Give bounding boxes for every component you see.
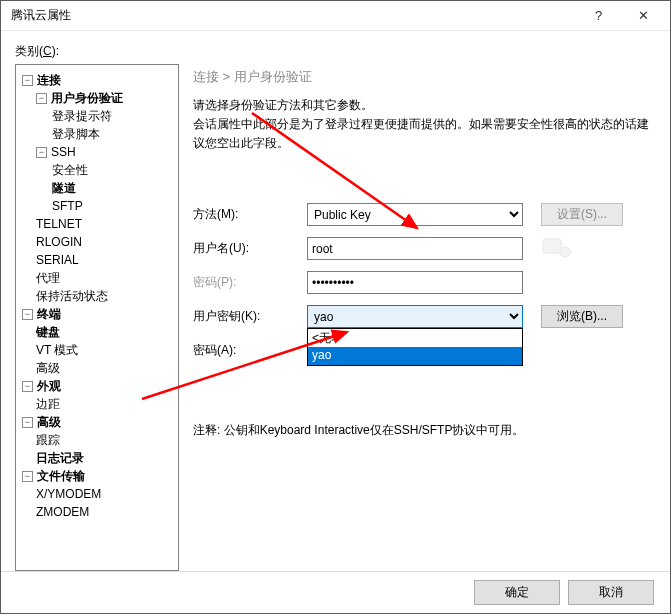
tree-item-logging[interactable]: 日志记录 <box>20 449 174 467</box>
browse-button[interactable]: 浏览(B)... <box>541 305 623 328</box>
tree-item-advanced[interactable]: −高级 <box>20 413 174 431</box>
userkey-label: 用户密钥(K): <box>193 308 307 325</box>
username-label: 用户名(U): <box>193 240 307 257</box>
tree-item-sftp[interactable]: SFTP <box>20 197 174 215</box>
tree-item-auth[interactable]: −用户身份验证 <box>20 89 174 107</box>
settings-button[interactable]: 设置(S)... <box>541 203 623 226</box>
password-label: 密码(P): <box>193 274 307 291</box>
collapse-icon[interactable]: − <box>22 417 33 428</box>
tree-item-trace[interactable]: 跟踪 <box>20 431 174 449</box>
tree-item-telnet[interactable]: TELNET <box>20 215 174 233</box>
close-button[interactable]: ✕ <box>621 2 666 30</box>
breadcrumb: 连接 > 用户身份验证 <box>193 68 650 86</box>
tree-item-terminal[interactable]: −终端 <box>20 305 174 323</box>
tree-item-keepalive[interactable]: 保持活动状态 <box>20 287 174 305</box>
cancel-button[interactable]: 取消 <box>568 580 654 605</box>
tree-item-login-script[interactable]: 登录脚本 <box>20 125 174 143</box>
tree-item-serial[interactable]: SERIAL <box>20 251 174 269</box>
tree-item-rlogin[interactable]: RLOGIN <box>20 233 174 251</box>
method-select[interactable]: Public Key <box>307 203 523 226</box>
tree-item-tunnel[interactable]: 隧道 <box>20 179 174 197</box>
collapse-icon[interactable]: − <box>22 75 33 86</box>
method-label: 方法(M): <box>193 206 307 223</box>
dropdown-option-none[interactable]: <无> <box>308 329 522 347</box>
username-input[interactable] <box>307 237 523 260</box>
tree-item-keyboard[interactable]: 键盘 <box>20 323 174 341</box>
tree-item-login-prompt[interactable]: 登录提示符 <box>20 107 174 125</box>
userkey-dropdown[interactable]: <无> yao <box>307 328 523 366</box>
note-text: 注释: 公钥和Keyboard Interactive仅在SSH/SFTP协议中… <box>193 422 650 439</box>
description-1: 请选择身份验证方法和其它参数。 <box>193 96 650 115</box>
tree-item-advanced-terminal[interactable]: 高级 <box>20 359 174 377</box>
userkey-select[interactable]: yao <box>307 305 523 328</box>
dialog-footer: 确定 取消 <box>1 571 670 613</box>
tree-item-xymodem[interactable]: X/YMODEM <box>20 485 174 503</box>
tree-item-security[interactable]: 安全性 <box>20 161 174 179</box>
ok-button[interactable]: 确定 <box>474 580 560 605</box>
category-tree[interactable]: −连接 −用户身份验证 登录提示符 登录脚本 −SSH 安全性 隧道 SFTP … <box>15 64 179 571</box>
collapse-icon[interactable]: − <box>22 309 33 320</box>
svg-rect-0 <box>543 239 561 253</box>
passphrase-label: 密码(A): <box>193 342 307 359</box>
tree-item-filetransfer[interactable]: −文件传输 <box>20 467 174 485</box>
titlebar: 腾讯云属性 ? ✕ <box>1 1 670 31</box>
password-input <box>307 271 523 294</box>
collapse-icon[interactable]: − <box>36 147 47 158</box>
tree-item-zmodem[interactable]: ZMODEM <box>20 503 174 521</box>
form-panel: 连接 > 用户身份验证 请选择身份验证方法和其它参数。 会话属性中此部分是为了登… <box>187 64 656 571</box>
description-2: 会话属性中此部分是为了登录过程更便捷而提供的。如果需要安全性很高的状态的话建议您… <box>193 115 650 153</box>
tree-item-proxy[interactable]: 代理 <box>20 269 174 287</box>
key-icon <box>541 233 573 261</box>
tree-item-ssh[interactable]: −SSH <box>20 143 174 161</box>
svg-rect-2 <box>568 251 572 253</box>
dropdown-option-yao[interactable]: yao <box>308 347 522 365</box>
window-title: 腾讯云属性 <box>11 7 576 24</box>
tree-item-margin[interactable]: 边距 <box>20 395 174 413</box>
tree-item-connection[interactable]: −连接 <box>20 71 174 89</box>
tree-item-appearance[interactable]: −外观 <box>20 377 174 395</box>
help-button[interactable]: ? <box>576 2 621 30</box>
category-label: 类别(C): <box>15 43 656 60</box>
collapse-icon[interactable]: − <box>22 471 33 482</box>
collapse-icon[interactable]: − <box>36 93 47 104</box>
tree-item-vtmode[interactable]: VT 模式 <box>20 341 174 359</box>
collapse-icon[interactable]: − <box>22 381 33 392</box>
